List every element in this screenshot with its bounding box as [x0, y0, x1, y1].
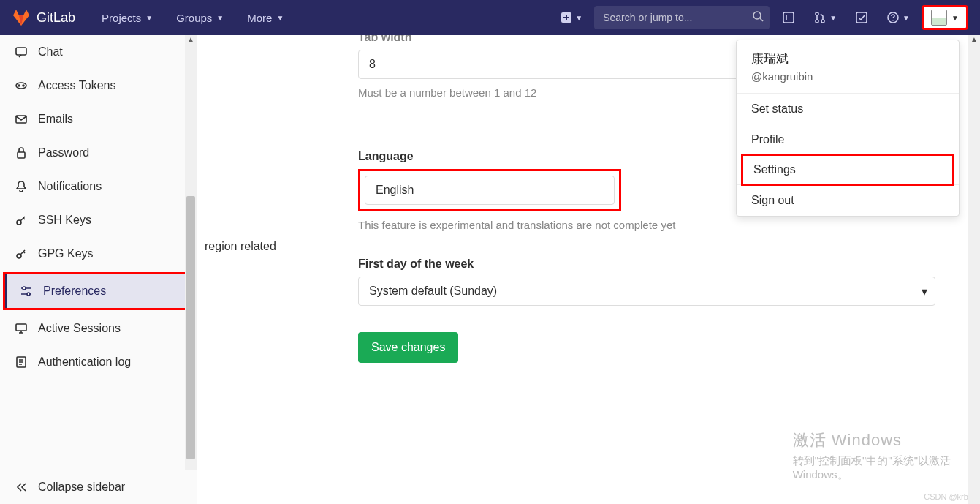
collapse-sidebar-button[interactable]: Collapse sidebar [0, 470, 197, 504]
new-button[interactable]: ▼ [555, 4, 588, 31]
language-select[interactable]: English [365, 176, 615, 205]
svg-point-17 [27, 293, 30, 296]
sidebar: Chat Access Tokens Emails Password Notif… [0, 35, 197, 504]
merge-requests-button[interactable]: ▼ [808, 4, 843, 31]
sidebar-item-gpg-keys[interactable]: GPG Keys [0, 237, 197, 271]
key-icon [15, 214, 28, 227]
csdn-watermark: CSDN @krb_ [924, 492, 973, 501]
preferences-icon [20, 285, 33, 298]
user-dropdown: 康瑞斌 @kangruibin Set status Profile Setti… [736, 40, 960, 217]
sidebar-item-emails[interactable]: Emails [0, 102, 197, 136]
gitlab-logo[interactable]: GitLab [12, 8, 75, 27]
language-hint: This feature is experimental and transla… [358, 219, 980, 231]
user-display-name: 康瑞斌 [751, 50, 944, 67]
sidebar-item-preferences[interactable]: Preferences [3, 272, 194, 310]
region-label: region related [205, 240, 276, 253]
gitlab-icon [12, 8, 31, 27]
menu-profile[interactable]: Profile [737, 124, 959, 155]
chevron-down-icon: ▾ [913, 277, 935, 305]
key-icon [15, 247, 28, 260]
sidebar-item-notifications[interactable]: Notifications [0, 170, 197, 203]
issues-button[interactable] [775, 4, 802, 31]
svg-point-16 [23, 287, 26, 290]
user-info: 康瑞斌 @kangruibin [737, 40, 959, 94]
help-button[interactable]: ▼ [881, 4, 916, 31]
sidebar-item-password[interactable]: Password [0, 136, 197, 170]
svg-rect-2 [783, 12, 794, 23]
svg-point-5 [821, 20, 824, 23]
sidebar-item-auth-log[interactable]: Authentication log [0, 345, 197, 379]
chevron-down-icon: ▼ [903, 14, 910, 22]
nav-groups[interactable]: Groups▼ [167, 6, 232, 30]
chevron-down-icon: ▼ [575, 14, 582, 22]
svg-rect-13 [18, 152, 25, 158]
page-scrollbar[interactable]: ▲ [968, 35, 980, 504]
search-input[interactable] [594, 6, 770, 29]
svg-point-4 [816, 20, 818, 23]
nav-more[interactable]: More▼ [238, 6, 292, 30]
sidebar-item-active-sessions[interactable]: Active Sessions [0, 312, 197, 345]
brand-text: GitLab [37, 10, 75, 26]
log-icon [15, 356, 28, 369]
svg-rect-8 [16, 48, 26, 55]
search-icon[interactable] [752, 10, 764, 25]
todos-button[interactable] [848, 4, 875, 31]
save-button[interactable]: Save changes [358, 332, 458, 363]
chevron-down-icon: ▼ [829, 14, 837, 22]
nav-projects[interactable]: Projects▼ [93, 6, 162, 30]
svg-rect-12 [16, 116, 26, 123]
sidebar-item-ssh-keys[interactable]: SSH Keys [0, 203, 197, 237]
menu-sign-out[interactable]: Sign out [737, 185, 959, 216]
chevron-down-icon: ▼ [145, 14, 153, 22]
avatar-image [931, 10, 947, 26]
svg-rect-6 [856, 12, 867, 23]
bell-icon [15, 180, 28, 193]
svg-rect-18 [16, 324, 26, 331]
collapse-icon [15, 481, 28, 494]
sidebar-scrollbar[interactable]: ▲ [185, 35, 197, 470]
top-nav: GitLab Projects▼ Groups▼ More▼ ▼ ▼ ▼ ▼ [0, 0, 980, 35]
chevron-down-icon: ▼ [216, 14, 224, 22]
windows-watermark: 激活 Windows 转到"控制面板"中的"系统"以激活 Windows。 [793, 429, 951, 482]
svg-point-11 [23, 85, 24, 86]
chat-icon [15, 45, 28, 59]
user-menu-items: Set status Profile Settings [737, 94, 959, 185]
menu-set-status[interactable]: Set status [737, 94, 959, 124]
lock-icon [15, 146, 28, 159]
sidebar-item-access-tokens[interactable]: Access Tokens [0, 69, 197, 102]
menu-settings[interactable]: Settings [741, 154, 954, 186]
sidebar-item-chat[interactable]: Chat [0, 35, 197, 69]
user-username: @kangruibin [751, 70, 944, 83]
svg-point-3 [816, 12, 818, 15]
svg-point-9 [16, 83, 26, 89]
svg-point-10 [18, 85, 20, 86]
chevron-down-icon: ▼ [951, 14, 959, 22]
monitor-icon [15, 322, 28, 335]
svg-point-1 [753, 12, 761, 19]
search-box [594, 6, 770, 29]
user-avatar-button[interactable]: ▼ [922, 5, 968, 30]
first-day-label: First day of the week [358, 257, 980, 271]
first-day-select[interactable]: System default (Sunday) ▾ [358, 277, 935, 306]
chevron-down-icon: ▼ [276, 14, 284, 22]
token-icon [15, 79, 28, 92]
email-icon [15, 113, 28, 126]
language-highlight-box: English [358, 169, 621, 211]
